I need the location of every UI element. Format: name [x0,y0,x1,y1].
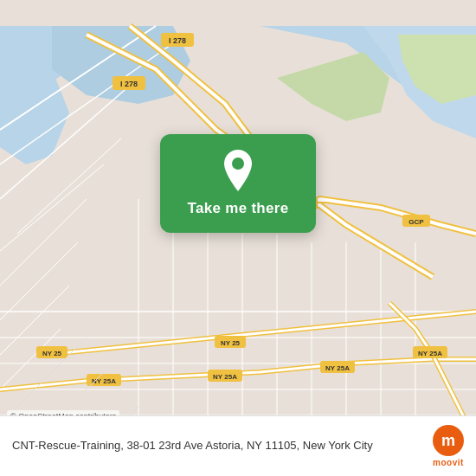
svg-text:m: m [441,432,455,449]
svg-text:NY 25A: NY 25A [92,377,116,385]
map-container: I 278 I 278 I 278 GCP GCP NY 25 NY 25 NY… [0,0,476,476]
location-pin-icon [221,150,255,191]
svg-point-50 [232,158,244,170]
svg-text:I 278: I 278 [120,80,138,88]
moovit-logo: m moovit [433,425,464,467]
map-background: I 278 I 278 I 278 GCP GCP NY 25 NY 25 NY… [0,0,476,476]
info-bar: CNT-Rescue-Training, 38-01 23rd Ave Asto… [0,415,476,476]
moovit-icon: m [433,425,464,456]
svg-text:NY 25: NY 25 [221,339,241,347]
svg-text:GCP: GCP [408,218,424,226]
svg-text:NY 25A: NY 25A [213,373,237,381]
svg-text:NY 25: NY 25 [42,350,62,357]
take-me-there-button[interactable]: Take me there [188,200,289,217]
svg-text:NY 25A: NY 25A [325,364,350,372]
svg-text:I 278: I 278 [169,36,186,45]
moovit-label: moovit [433,458,464,467]
popup-card: Take me there [160,134,316,233]
address-text: CNT-Rescue-Training, 38-01 23rd Ave Asto… [12,438,422,453]
svg-text:NY 25A: NY 25A [418,350,442,357]
